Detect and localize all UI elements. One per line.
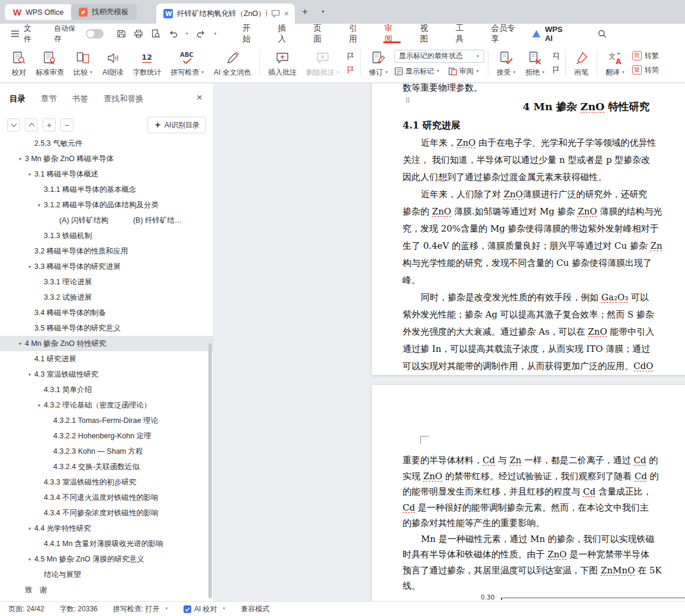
outline-item[interactable]: 3.2 稀磁半导体的性质和应用 (0, 243, 213, 259)
promote-button[interactable]: + (43, 118, 56, 131)
delete-comment-button[interactable]: 删除批注▼ (301, 46, 345, 80)
markup-state-dropdown[interactable]: 显示标记的最终状态 ▼ (394, 50, 484, 63)
translate-button[interactable]: 文A 翻译▼ (601, 46, 630, 80)
sidebar-tab-章节[interactable]: 章节 (41, 94, 57, 104)
expand-arrow-icon[interactable]: ▼ (25, 557, 34, 562)
outline-item[interactable]: 3.5 稀磁半导体的研究意义 (0, 320, 213, 336)
previous-comment-icon[interactable] (346, 52, 355, 60)
menu-tab-插入[interactable]: 插入 (268, 24, 304, 43)
expand-arrow-icon[interactable]: ▼ (16, 341, 24, 346)
collapse-all-button[interactable] (7, 118, 20, 131)
accept-change-button[interactable]: 接受▼ (492, 46, 521, 80)
docer-template-tab[interactable]: 找稻壳模板 (71, 4, 137, 20)
track-changes-button[interactable]: 修订▼ (364, 46, 393, 80)
file-menu-button[interactable]: 文件 (11, 23, 38, 44)
print-icon[interactable] (134, 29, 143, 38)
outline-item[interactable]: ▼4 Mn 掺杂 ZnO 特性研究 (0, 336, 213, 351)
document-tab[interactable]: W 纤锌矿结构氧化锌（ZnO）设 × (156, 4, 295, 24)
expand-all-button[interactable] (25, 118, 38, 131)
outline-item[interactable]: 4.3.1 简单介绍 (0, 382, 213, 397)
menu-tab-视图[interactable]: 视图 (410, 24, 445, 43)
outline-item[interactable]: 4.1 研究进展 (0, 351, 213, 367)
outline-item[interactable]: 4.3.4 不同掺杂浓度对铁磁性的影响 (0, 505, 213, 521)
outline-item[interactable]: ▼4.3.2 理论基础（密度泛函理论） (0, 397, 213, 413)
spellcheck-status[interactable]: 拼写检查: 打开 ▼ (113, 604, 168, 614)
outline-item[interactable]: 4.3.2.3 Kohn — Sham 方程 (0, 444, 213, 459)
expand-arrow-icon[interactable]: ▼ (16, 156, 24, 161)
redo-caret-icon[interactable]: ▼ (214, 32, 217, 36)
word-count-button[interactable]: 12 字数统计 (128, 46, 166, 80)
outline-item[interactable]: 3.3.1 理论进展 (0, 274, 213, 290)
traditional-to-simplified-button[interactable]: 繁 转简 (632, 65, 659, 75)
menu-tab-页面[interactable]: 页面 (304, 24, 339, 43)
review-pane-button[interactable]: 审阅 ▼ (448, 66, 480, 76)
menu-tab-开始[interactable]: 开始 (233, 24, 268, 43)
outline-item[interactable]: 4.3.2.1 Tomas-Fermi-Dirae 理论 (0, 413, 213, 428)
outline-item[interactable]: 3.1.3 铁磁机制 (0, 228, 213, 243)
document-page-1[interactable]: 数等重要物理参数。4 Mn 掺杂 ZnO 特性研究4.1 研究进展近年来，ZnO… (372, 84, 685, 375)
expand-arrow-icon[interactable]: ▼ (25, 372, 34, 377)
save-icon[interactable] (117, 29, 126, 38)
outline-item[interactable]: 2.5.3 气敏元件 (0, 138, 213, 151)
menu-tab-会员专享[interactable]: 会员专享 (481, 24, 532, 43)
menu-tab-工具[interactable]: 工具 (445, 24, 481, 43)
menu-tab-审阅[interactable]: 审阅 (375, 24, 410, 43)
outline-item[interactable]: 4.3.2.4 交换-关联函数近似 (0, 459, 213, 474)
previous-change-icon[interactable] (552, 52, 560, 60)
insert-comment-button[interactable]: 插入批注 (263, 46, 301, 80)
wps-ai-button[interactable]: WPS AI (532, 25, 571, 43)
proofread-button[interactable]: 校对 (7, 46, 31, 80)
outline-item[interactable]: 结论与展望 (0, 567, 213, 582)
outline-item[interactable]: ▼3.1.2 稀磁半导体的晶体结构及分类 (0, 197, 213, 213)
outline-item[interactable]: 4.3.4 不同退火温度对铁磁性的影响 (0, 490, 213, 505)
paragraph-drag-handle-icon[interactable]: ⠿ (405, 97, 410, 104)
page-indicator[interactable]: 页面: 24/42 (8, 604, 44, 614)
expand-arrow-icon[interactable]: ▼ (25, 264, 34, 269)
demote-button[interactable]: − (60, 118, 73, 131)
outline-item[interactable]: ▼3.3 稀磁半导体的研究进展 (0, 259, 213, 274)
ai-read-aloud-button[interactable]: AI朗读 (98, 46, 128, 80)
sidebar-tab-查找和替换[interactable]: 查找和替换 (104, 94, 144, 104)
outline-item[interactable]: 4.3.2.2 Hohenberg-Kohn 定理 (0, 428, 213, 444)
ink-pen-button[interactable]: 画笔 (570, 46, 593, 80)
sidebar-tab-目录[interactable]: 目录 (9, 94, 25, 104)
expand-arrow-icon[interactable]: ▼ (25, 172, 34, 177)
print-preview-icon[interactable] (151, 29, 160, 38)
spell-check-button[interactable]: ABC 拼写检查▼ (166, 46, 209, 80)
sidebar-tab-书签[interactable]: 书签 (72, 94, 88, 104)
expand-arrow-icon[interactable]: ▼ (25, 526, 34, 531)
redo-icon[interactable] (197, 30, 206, 38)
undo-caret-icon[interactable]: ▼ (185, 32, 189, 36)
outline-item[interactable]: ▼4.4 光学特性研究 (0, 521, 213, 536)
document-page-2[interactable]: 重要的半导体材料，Cd 与 Zn 一样，都是二价离子，通过 Cd 的实现 ZnO… (372, 385, 685, 601)
undo-icon[interactable] (168, 30, 178, 38)
reject-change-button[interactable]: 拒绝▼ (521, 46, 550, 80)
ai-polish-button[interactable]: AI 全文润色 (209, 46, 256, 80)
next-change-icon[interactable] (552, 66, 560, 74)
outline-item[interactable]: 3.1.1 稀磁半导体的基本概念 (0, 182, 213, 197)
expand-arrow-icon[interactable]: ▼ (35, 403, 43, 408)
wps-office-tab[interactable]: W WPS Office (5, 4, 72, 20)
outline-item[interactable]: (A) 闪锌矿结构(B) 纤锌矿结… (0, 213, 213, 228)
ai-recognize-toc-button[interactable]: AI识别目录 (147, 117, 206, 133)
outline-item[interactable]: 3.3.2 试验进展 (0, 290, 213, 305)
next-comment-icon[interactable] (346, 66, 355, 74)
tab-list-chevron-icon[interactable]: ▼ (321, 9, 325, 14)
outline-item[interactable]: 4.3.3 室温铁磁性的初步研究 (0, 474, 213, 490)
document-canvas[interactable]: 数等重要物理参数。4 Mn 掺杂 ZnO 特性研究4.1 研究进展近年来，ZnO… (214, 84, 685, 601)
standard-review-button[interactable]: 标准审查 (31, 46, 69, 80)
outline-item[interactable]: ▼4.5 Mn 掺杂 ZnO 薄膜的研究意义 (0, 551, 213, 567)
compare-button[interactable]: 比较▼ (69, 46, 98, 80)
close-tab-icon[interactable]: × (284, 9, 289, 18)
outline-item[interactable]: 4.4.1 Mn 含量对薄膜吸收光谱的影响 (0, 536, 213, 551)
new-tab-icon[interactable]: + (302, 6, 308, 18)
outline-item[interactable]: ▼4.3 室温铁磁性研究 (0, 367, 213, 382)
show-markup-button[interactable]: 显示标记 ▼ (394, 66, 440, 76)
word-count-indicator[interactable]: 字数: 20336 (60, 604, 98, 614)
search-icon[interactable] (597, 29, 607, 38)
outline-item[interactable]: ▼3 Mn 掺杂 ZnO 稀磁半导体 (0, 151, 213, 166)
expand-arrow-icon[interactable]: ▼ (35, 203, 43, 207)
menu-tab-引用[interactable]: 引用 (339, 24, 375, 43)
simplified-to-traditional-button[interactable]: 简 转繁 (632, 51, 659, 61)
outline-item[interactable]: 3.4 稀磁半导体的制备 (0, 305, 213, 320)
